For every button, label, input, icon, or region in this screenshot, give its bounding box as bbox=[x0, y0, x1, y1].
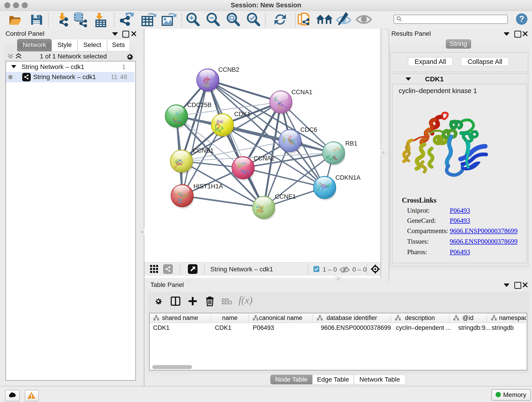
svg-text:CCNB1: CCNB1 bbox=[193, 147, 214, 154]
svg-text:CCNB2: CCNB2 bbox=[218, 66, 239, 73]
svg-text:CCNA2: CCNA2 bbox=[254, 155, 275, 162]
svg-text:RB1: RB1 bbox=[345, 140, 357, 147]
svg-text:CCNA1: CCNA1 bbox=[291, 89, 312, 96]
svg-text:HIST1H1A: HIST1H1A bbox=[193, 183, 223, 190]
svg-text:CDKN1A: CDKN1A bbox=[336, 174, 361, 181]
svg-text:CDC25B: CDC25B bbox=[187, 102, 212, 108]
svg-text:CDC6: CDC6 bbox=[300, 126, 317, 133]
svg-text:CCNE1: CCNE1 bbox=[275, 193, 296, 200]
svg-text:CDK1: CDK1 bbox=[234, 111, 251, 118]
